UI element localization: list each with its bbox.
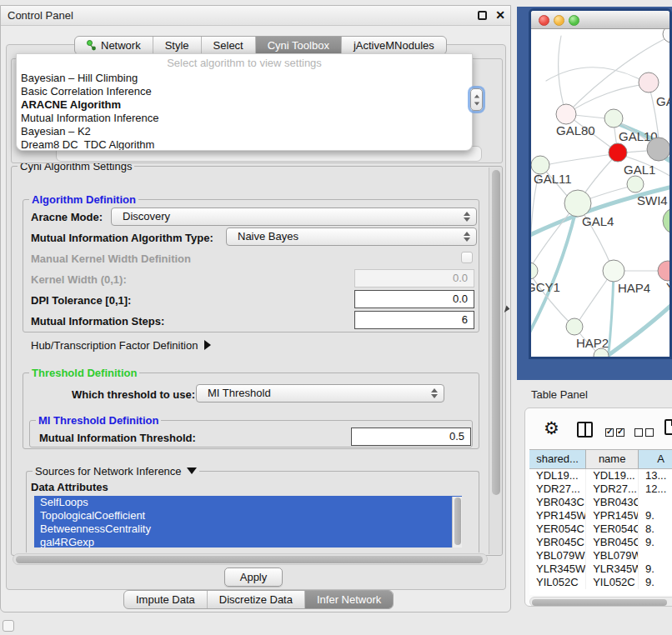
dropdown-item[interactable]: Bayesian – Hill Climbing bbox=[17, 72, 472, 85]
tab-cyni-toolbox[interactable]: Cyni Toolbox bbox=[256, 37, 342, 54]
zoom-traffic-light-icon[interactable] bbox=[569, 15, 579, 26]
column-header-1[interactable]: shared... bbox=[529, 450, 586, 468]
network-edge[interactable] bbox=[531, 184, 672, 239]
dpi-tolerance-field[interactable]: 0.0 bbox=[354, 290, 474, 308]
node-label: GAL1 bbox=[624, 162, 655, 177]
tab-infer-network[interactable]: Infer Network bbox=[305, 591, 393, 608]
tab-jactivemnodules[interactable]: jActiveMNodules bbox=[342, 37, 446, 54]
dropdown-item[interactable]: Mutual Information Inference bbox=[17, 112, 472, 125]
tab-style[interactable]: Style bbox=[153, 37, 202, 54]
tab-discretize-data[interactable]: Discretize Data bbox=[208, 591, 305, 608]
table-hscrollbar-thumb[interactable] bbox=[532, 599, 667, 606]
attr-list-vscrollbar-thumb[interactable] bbox=[454, 498, 461, 545]
node-label: HAP4 bbox=[618, 281, 650, 295]
attribute-list-item[interactable]: TopologicalCoefficient bbox=[34, 509, 462, 522]
table-row[interactable]: YBL079WYBL079W bbox=[529, 549, 672, 562]
dropdown-item[interactable]: Dream8 DC_TDC Algorithm bbox=[17, 138, 472, 151]
network-node-gcy1[interactable] bbox=[531, 262, 538, 279]
network-edge[interactable] bbox=[559, 36, 566, 114]
network-node-gal[interactable] bbox=[639, 72, 659, 92]
settings-hscrollbar[interactable] bbox=[13, 553, 488, 565]
hub-definition-label: Hub/Transcription Factor Definition bbox=[31, 339, 198, 352]
dpi-tolerance-label: DPI Tolerance [0,1]: bbox=[31, 294, 131, 307]
network-node[interactable] bbox=[647, 138, 670, 161]
sources-group-title[interactable]: Sources for Network Inference bbox=[33, 465, 199, 478]
network-edge[interactable] bbox=[576, 272, 612, 325]
kernel-width-field[interactable]: 0.0 bbox=[354, 269, 474, 288]
settings-hscrollbar-thumb[interactable] bbox=[16, 556, 483, 563]
network-icon bbox=[87, 40, 97, 51]
which-threshold-combo[interactable]: MI Threshold bbox=[196, 384, 444, 402]
dropdown-item[interactable]: ARACNE Algorithm bbox=[17, 98, 472, 112]
table-row[interactable]: YLR345WYLR345W9. bbox=[529, 562, 672, 576]
close-traffic-light-icon[interactable] bbox=[539, 15, 549, 26]
table-row[interactable]: YDL19...YDL19...13... bbox=[529, 469, 672, 482]
attribute-list-item[interactable]: BetweennessCentrality bbox=[34, 522, 462, 536]
gear-icon[interactable]: ⚙ bbox=[544, 418, 559, 438]
algorithm-dropdown-popup: Select algorithm to view settings Bayesi… bbox=[16, 53, 473, 151]
table-row[interactable]: YER054CYER054C8. bbox=[529, 522, 672, 536]
algorithm-combo-spinner[interactable] bbox=[470, 88, 483, 111]
collapsed-panel-icon[interactable] bbox=[3, 620, 14, 632]
column-header-3[interactable]: A bbox=[639, 450, 672, 468]
tab-select[interactable]: Select bbox=[202, 37, 256, 54]
network-edge[interactable] bbox=[541, 153, 618, 166]
table-body: YDL19...YDL19...13...YDR27...YDR27...12.… bbox=[529, 469, 672, 589]
attribute-list-item[interactable]: gal4RGexp bbox=[34, 536, 462, 548]
network-node[interactable] bbox=[663, 29, 672, 42]
table-row[interactable]: YBR043CYBR043C bbox=[529, 496, 672, 509]
network-node[interactable] bbox=[663, 208, 672, 234]
collapse-down-icon[interactable] bbox=[187, 468, 197, 474]
table-row[interactable]: YPR145WYPR145W9. bbox=[529, 509, 672, 522]
attr-list-vscrollbar[interactable] bbox=[452, 497, 462, 548]
network-canvas[interactable]: GALGAL80GAL10GAL1GAL11SWI4GAL4GCY1HAP4YH… bbox=[531, 29, 672, 359]
network-node-gal4[interactable] bbox=[564, 190, 591, 217]
network-node[interactable] bbox=[594, 348, 609, 359]
select-all-columns-icon[interactable] bbox=[605, 425, 627, 440]
network-window-titlebar bbox=[531, 11, 669, 29]
export-table-icon[interactable] bbox=[664, 419, 672, 435]
network-node-hap2[interactable] bbox=[566, 318, 583, 335]
which-threshold-label: Which threshold to use: bbox=[72, 388, 195, 401]
mi-steps-field[interactable]: 6 bbox=[354, 311, 474, 329]
tab-network[interactable]: Network bbox=[75, 37, 153, 54]
tab-impute-data[interactable]: Impute Data bbox=[124, 591, 208, 608]
network-node-y[interactable] bbox=[658, 261, 672, 281]
deselect-all-columns-icon[interactable] bbox=[634, 425, 656, 440]
table-panel-title: Table Panel bbox=[531, 388, 588, 401]
network-node-gal1[interactable] bbox=[609, 143, 627, 162]
network-node-gal10[interactable] bbox=[604, 109, 623, 128]
network-edge[interactable] bbox=[546, 68, 649, 84]
table-hscrollbar[interactable] bbox=[529, 597, 672, 607]
table-row[interactable]: YIL052CYIL052C9. bbox=[529, 576, 672, 589]
network-node-hap4[interactable] bbox=[603, 260, 624, 282]
mi-type-combo[interactable]: Naive Bayes bbox=[226, 228, 477, 246]
dropdown-item[interactable]: Bayesian – K2 bbox=[17, 125, 472, 138]
network-view-window[interactable]: GALGAL80GAL10GAL1GAL11SWI4GAL4GCY1HAP4YH… bbox=[529, 8, 672, 359]
network-node-gal80[interactable] bbox=[556, 104, 576, 124]
table-header-row: shared...nameA bbox=[529, 450, 672, 469]
network-edge[interactable] bbox=[566, 84, 649, 114]
column-header-2[interactable]: name bbox=[586, 450, 639, 468]
settings-vscrollbar-thumb[interactable] bbox=[492, 170, 500, 495]
mi-threshold-field[interactable]: 0.5 bbox=[351, 428, 471, 446]
manual-kernel-checkbox[interactable] bbox=[461, 252, 473, 263]
node-table: shared...nameA YDL19...YDL19...13...YDR2… bbox=[529, 449, 672, 595]
data-attributes-label: Data Attributes bbox=[31, 481, 108, 493]
dropdown-item[interactable]: Basic Correlation Inference bbox=[17, 85, 472, 98]
hub-definition-row[interactable]: Hub/Transcription Factor Definition bbox=[31, 339, 211, 352]
attribute-list-item[interactable]: SelfLoops bbox=[34, 496, 462, 509]
data-attributes-list[interactable]: SelfLoopsTopologicalCoefficientBetweenne… bbox=[34, 496, 462, 548]
expand-right-icon[interactable] bbox=[204, 340, 211, 350]
table-cell: 9. bbox=[639, 509, 672, 522]
apply-button[interactable]: Apply bbox=[224, 568, 283, 587]
restore-icon[interactable] bbox=[478, 11, 487, 20]
minimize-traffic-light-icon[interactable] bbox=[554, 15, 564, 26]
close-icon[interactable]: ✕ bbox=[495, 8, 505, 22]
table-row[interactable]: YBR045CYBR045C9. bbox=[529, 536, 672, 549]
columns-icon[interactable] bbox=[577, 422, 593, 438]
aracne-mode-combo[interactable]: Discovery bbox=[111, 208, 477, 226]
network-node-swi4[interactable] bbox=[627, 176, 644, 192]
settings-vscrollbar[interactable] bbox=[489, 168, 502, 554]
table-row[interactable]: YDR27...YDR27...12... bbox=[529, 482, 672, 496]
